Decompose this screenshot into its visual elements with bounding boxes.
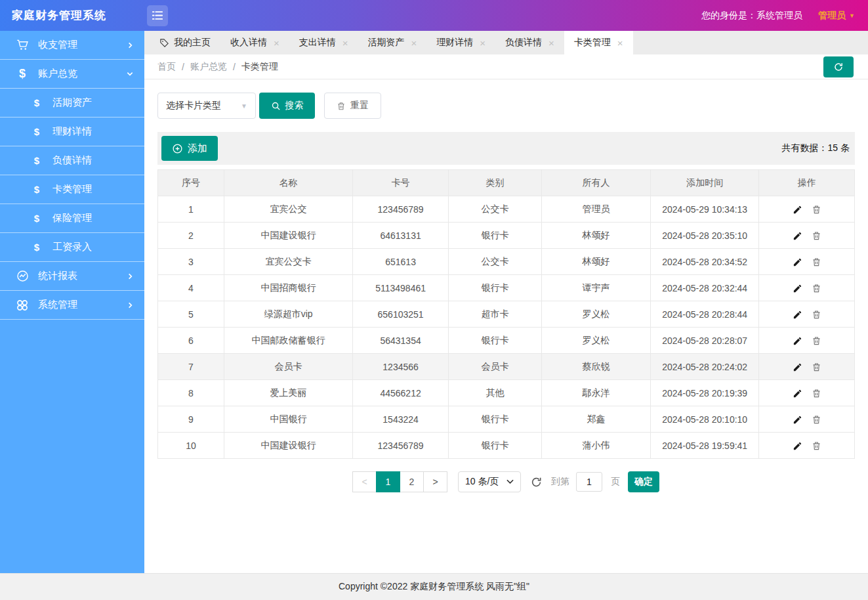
sidebar-item-insurance-management[interactable]: $ 保险管理 [0,204,144,233]
refresh-page-button[interactable] [823,56,854,77]
tab-wealth-details[interactable]: 理财详情 × [426,31,495,54]
sidebar-item-label: 工资录入 [52,241,92,253]
close-icon[interactable]: × [274,37,279,49]
sidebar-item-wealth-details[interactable]: $ 理财详情 [0,118,144,146]
cart-icon [14,39,30,51]
list-icon [152,11,163,20]
delete-icon[interactable] [812,362,821,372]
delete-icon[interactable] [812,204,821,215]
tab-label: 卡类管理 [574,37,611,49]
breadcrumb-separator: / [233,62,236,72]
tab-income-details[interactable]: 收入详情 × [220,31,289,54]
col-header-type: 类别 [448,170,541,196]
delete-icon[interactable] [812,230,821,241]
tab-expense-details[interactable]: 支出详情 × [289,31,358,54]
sidebar-item-label: 收支管理 [38,39,77,51]
table-cell: 64613131 [353,223,448,249]
edit-icon[interactable] [793,415,802,425]
menu-toggle-button[interactable] [147,5,168,26]
table-cell: 2024-05-28 20:34:52 [650,249,759,275]
close-icon[interactable]: × [342,37,348,49]
card-type-select[interactable]: 选择卡片类型 ▼ [157,93,256,119]
close-icon[interactable]: × [411,37,417,49]
sidebar-item-current-assets[interactable]: $ 活期资产 [0,89,144,118]
sidebar-item-account-overview[interactable]: $ 账户总览 [0,60,144,89]
table-cell: 谭宇声 [542,275,651,301]
goto-prefix-label: 到第 [551,476,569,488]
delete-icon[interactable] [812,388,821,398]
goto-suffix-label: 页 [611,476,620,488]
four-circles-icon [14,299,30,312]
table-cell: 2024-05-28 20:10:10 [650,406,759,433]
table-cell: 管理员 [542,196,651,223]
app-footer: Copyright ©2022 家庭财务管理系统 风雨无"组" [0,573,868,600]
table-cell: 公交卡 [448,249,541,275]
edit-icon[interactable] [793,284,802,293]
tab-card-management[interactable]: 卡类管理 × [564,31,633,54]
edit-icon[interactable] [793,205,802,215]
dollar-icon: $ [29,242,45,253]
total-count-text: 共有数据：15 条 [782,142,851,154]
sidebar-item-system-management[interactable]: 系统管理 [0,291,144,320]
confirm-button[interactable]: 确定 [628,471,659,492]
close-icon[interactable]: × [617,37,623,49]
edit-icon[interactable] [793,441,802,451]
add-button[interactable]: 添加 [161,136,218,161]
table-cell: 3 [158,249,224,275]
row-actions [759,406,855,433]
page-button-2[interactable]: 2 [400,471,424,492]
page-size-select[interactable]: 10 条/页 [458,471,521,492]
sidebar-item-income-expense[interactable]: 收支管理 [0,31,144,60]
edit-icon[interactable] [793,389,802,398]
sidebar-item-liability-details[interactable]: $ 负债详情 [0,146,144,175]
delete-icon[interactable] [812,309,821,320]
next-page-button[interactable]: > [423,471,447,492]
delete-icon[interactable] [812,440,821,451]
select-placeholder: 选择卡片类型 [166,100,221,112]
table-cell: 1234566 [353,354,448,380]
table-cell: 郑鑫 [542,406,651,433]
table-cell: 鄢永洋 [542,380,651,406]
edit-icon[interactable] [793,310,802,320]
prev-page-button[interactable]: < [352,471,377,492]
tab-home[interactable]: 我的主页 [150,31,220,54]
sidebar-item-label: 系统管理 [38,299,77,311]
page-button-1[interactable]: 1 [376,471,400,492]
search-button[interactable]: 搜索 [259,93,315,119]
table-header: 序号 名称 卡号 类别 所有人 添加时间 操作 [158,170,855,196]
refresh-icon[interactable] [530,476,543,488]
reset-button[interactable]: 重置 [324,93,381,119]
delete-icon[interactable] [812,335,821,346]
breadcrumb-home[interactable]: 首页 [157,61,176,73]
edit-icon[interactable] [793,257,802,267]
delete-icon[interactable] [812,257,821,267]
table-cell: 123456789 [353,433,448,459]
table-cell: 林颂好 [542,249,651,275]
table-row: 8爱上美丽44566212其他鄢永洋2024-05-28 20:19:39 [158,380,855,406]
table-cell: 656103251 [353,301,448,328]
role-dropdown[interactable]: 管理员 ▼ [818,10,855,22]
edit-icon[interactable] [793,336,802,346]
table-cell: 中国建设银行 [224,433,352,459]
table-row: 2中国建设银行64613131银行卡林颂好2024-05-28 20:35:10 [158,223,855,249]
col-header-owner: 所有人 [542,170,651,196]
delete-icon[interactable] [812,283,821,293]
cards-table: 序号 名称 卡号 类别 所有人 添加时间 操作 1宜宾公交123456789公交… [157,169,855,459]
col-header-index: 序号 [158,170,224,196]
tab-current-assets[interactable]: 活期资产 × [358,31,427,54]
edit-icon[interactable] [793,362,802,372]
delete-icon[interactable] [812,414,821,425]
table-cell: 蒲小伟 [542,433,651,459]
sidebar-item-statistics-reports[interactable]: 统计报表 [0,262,144,291]
row-actions [759,249,855,275]
edit-icon[interactable] [793,231,802,241]
sidebar-item-card-management[interactable]: $ 卡类管理 [0,175,144,204]
tab-liability-details[interactable]: 负债详情 × [495,31,564,54]
tab-label: 收入详情 [230,37,267,49]
goto-page-input[interactable] [576,472,602,492]
close-icon[interactable]: × [548,37,554,49]
table-cell: 宜宾公交 [224,196,352,223]
close-icon[interactable]: × [480,37,486,49]
sidebar-item-salary-entry[interactable]: $ 工资录入 [0,233,144,262]
breadcrumb-account-overview[interactable]: 账户总览 [190,61,227,73]
